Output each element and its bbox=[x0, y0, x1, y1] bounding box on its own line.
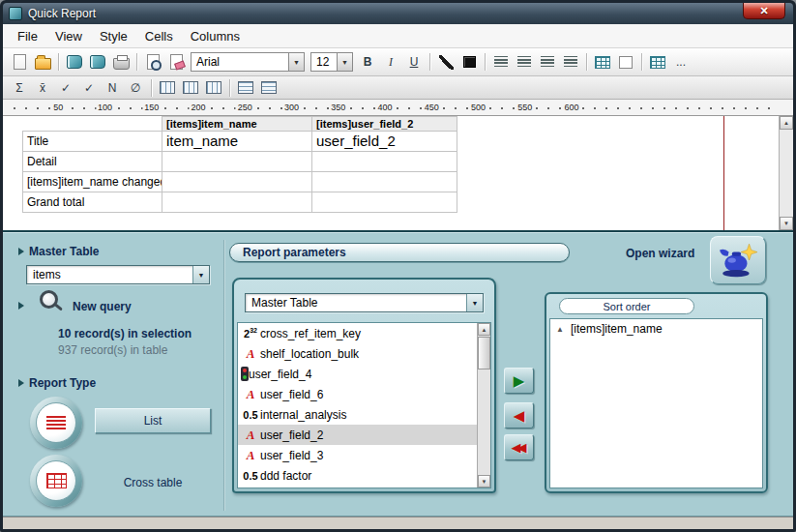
close-button[interactable]: ✕ bbox=[743, 3, 785, 19]
grid-cell[interactable] bbox=[312, 152, 457, 172]
pen-color-button[interactable] bbox=[434, 51, 457, 73]
row-label[interactable]: Grand total bbox=[22, 192, 162, 213]
scroll-up-icon[interactable]: ▲ bbox=[478, 323, 490, 336]
sum-button[interactable]: Σ bbox=[8, 77, 31, 99]
folder-icon bbox=[35, 58, 51, 70]
grid-cell[interactable] bbox=[312, 192, 457, 213]
add-field-button[interactable]: ▶ bbox=[504, 368, 534, 394]
lines-icon bbox=[494, 56, 508, 68]
selection-count: 10 record(s) in selection bbox=[58, 327, 192, 340]
alpha-type-icon: A bbox=[241, 387, 260, 402]
grid-cell[interactable] bbox=[162, 192, 312, 213]
italic-button[interactable]: I bbox=[379, 51, 402, 73]
average-button[interactable]: x̄ bbox=[31, 77, 54, 99]
cross-table-report-button[interactable] bbox=[30, 455, 82, 507]
align-right-button[interactable] bbox=[536, 51, 559, 73]
scroll-up-icon[interactable]: ▲ bbox=[780, 116, 793, 130]
open-wizard-button[interactable] bbox=[710, 236, 766, 284]
new-query-button[interactable]: New query bbox=[73, 300, 132, 313]
grid-cell[interactable] bbox=[162, 172, 312, 192]
dropdown-arrow-icon[interactable]: ▼ bbox=[466, 294, 483, 311]
print-button[interactable] bbox=[109, 51, 133, 73]
sort-item[interactable]: ▲[items]item_name bbox=[550, 319, 762, 339]
fields-table-select[interactable]: Master Table ▼ bbox=[245, 293, 484, 312]
count-button[interactable]: N bbox=[101, 77, 124, 99]
fields-panel-header: Master Table ▼ bbox=[234, 280, 494, 322]
field-row[interactable]: Auser_field_2 bbox=[238, 425, 477, 445]
toolbar-separator bbox=[58, 53, 59, 71]
field-row[interactable]: 0.5ddd factor bbox=[238, 465, 477, 486]
column-header[interactable]: [items]user_field_2 bbox=[312, 116, 457, 132]
border-preview-box[interactable] bbox=[614, 51, 637, 73]
dropdown-arrow-icon[interactable]: ▼ bbox=[288, 53, 304, 71]
titlebar[interactable]: Quick Report ✕ bbox=[3, 3, 793, 24]
menu-file[interactable]: File bbox=[9, 26, 46, 46]
field-row[interactable]: Auser_field_3 bbox=[238, 445, 477, 465]
cell-format-button[interactable] bbox=[646, 51, 669, 73]
row-label[interactable]: Title bbox=[22, 132, 162, 152]
menu-view[interactable]: View bbox=[46, 26, 91, 46]
longint-type-icon: 232 bbox=[241, 327, 260, 340]
new-query-icon[interactable] bbox=[40, 290, 63, 313]
cross-table-label[interactable]: Cross table bbox=[95, 476, 211, 489]
weighted-average-button[interactable]: ∅ bbox=[124, 77, 147, 99]
field-row[interactable]: 232cross_ref_item_key bbox=[238, 323, 477, 343]
field-row[interactable]: Auser_field_6 bbox=[238, 384, 477, 404]
fields-scrollbar[interactable]: ▲ ▼ bbox=[477, 323, 490, 488]
print-preview-button[interactable] bbox=[141, 51, 164, 73]
underline-button-label: U bbox=[410, 55, 419, 69]
menu-cells[interactable]: Cells bbox=[136, 26, 182, 46]
row-label[interactable]: [items]item_name changed bbox=[22, 172, 162, 192]
field-row[interactable]: 0.5internal_analysis bbox=[238, 404, 477, 425]
scroll-down-icon[interactable]: ▼ bbox=[780, 217, 793, 230]
fill-color-button[interactable] bbox=[457, 51, 481, 73]
delete-row-button[interactable] bbox=[257, 77, 280, 99]
scroll-down-icon[interactable]: ▼ bbox=[478, 475, 490, 488]
page-margin-guide bbox=[723, 116, 724, 230]
remove-field-button[interactable]: ◀ bbox=[504, 402, 534, 429]
grid-cell[interactable]: item_name bbox=[162, 132, 312, 152]
scroll-thumb[interactable] bbox=[478, 337, 490, 369]
insert-column-button[interactable] bbox=[156, 77, 179, 99]
borders-button[interactable] bbox=[591, 51, 614, 73]
open-wizard-label[interactable]: Open wizard bbox=[626, 247, 694, 260]
row-label[interactable]: Detail bbox=[22, 152, 162, 172]
wizard-panel: Master Table items ▼ New query 10 record… bbox=[3, 230, 793, 517]
grid-cell[interactable]: user_field_2 bbox=[312, 132, 457, 152]
open-document-button[interactable] bbox=[31, 51, 54, 73]
max-button[interactable]: ✓ bbox=[77, 77, 101, 99]
underline-button[interactable]: U bbox=[402, 51, 426, 73]
labels-button[interactable] bbox=[63, 51, 86, 73]
field-row[interactable]: user_field_4 bbox=[238, 364, 477, 384]
align-justify-button[interactable] bbox=[559, 51, 582, 73]
dropdown-arrow-icon[interactable]: ▼ bbox=[337, 53, 352, 71]
column-header[interactable]: [items]item_name bbox=[162, 116, 312, 132]
align-center-button[interactable] bbox=[513, 51, 536, 73]
menu-bar: FileViewStyleCellsColumns bbox=[3, 24, 793, 48]
master-table-select[interactable]: items ▼ bbox=[26, 265, 210, 284]
grid-cell[interactable] bbox=[312, 172, 457, 192]
delete-column-button[interactable] bbox=[202, 77, 225, 99]
align-left-button[interactable] bbox=[489, 51, 513, 73]
menu-style[interactable]: Style bbox=[91, 26, 136, 46]
field-row[interactable]: Ashelf_location_bulk bbox=[238, 343, 477, 364]
min-button[interactable]: ✓ bbox=[54, 77, 77, 99]
font-size-combo[interactable]: 12▼ bbox=[310, 52, 353, 72]
remove-all-fields-button[interactable]: ◀◀ bbox=[504, 434, 534, 460]
bold-button[interactable]: B bbox=[356, 51, 379, 73]
list-report-button[interactable] bbox=[30, 397, 82, 449]
list-type-button[interactable]: List bbox=[95, 408, 211, 433]
new-document-button[interactable] bbox=[8, 51, 31, 73]
menu-columns[interactable]: Columns bbox=[182, 26, 249, 46]
more-formats-button[interactable]: ... bbox=[669, 51, 693, 73]
more-formats-button-label: ... bbox=[676, 55, 686, 69]
add-column-button[interactable] bbox=[179, 77, 202, 99]
dropdown-arrow-icon[interactable]: ▼ bbox=[192, 266, 209, 283]
grid-vertical-scrollbar[interactable]: ▲ ▼ bbox=[779, 116, 793, 230]
insert-row-button[interactable] bbox=[234, 77, 257, 99]
labels-alt-button[interactable] bbox=[86, 51, 109, 73]
font-combo[interactable]: Arial▼ bbox=[191, 52, 305, 72]
erase-button[interactable] bbox=[164, 51, 188, 73]
grid-cell[interactable] bbox=[162, 152, 312, 172]
max-button-label: ✓ bbox=[84, 81, 94, 95]
